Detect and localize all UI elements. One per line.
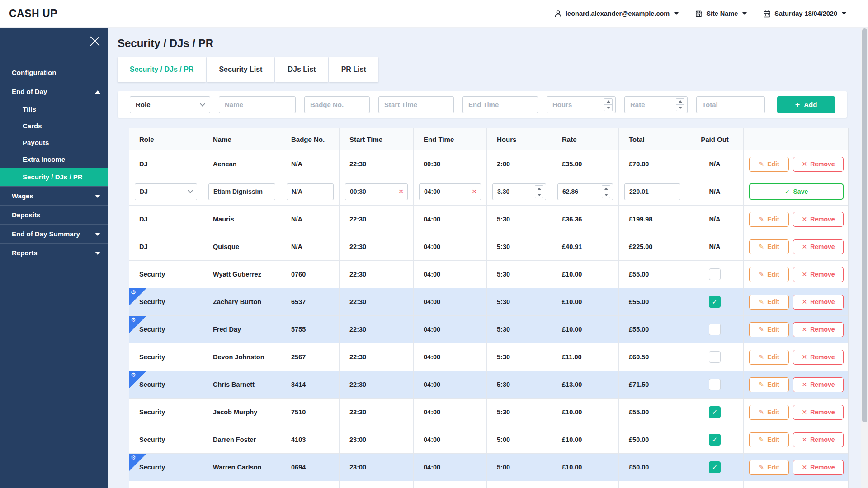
tab-pr-list[interactable]: PR List [329,57,378,82]
save-button[interactable]: ✓Save [749,183,844,200]
cell-name: Zachary Burton [203,288,281,315]
edit-button[interactable]: ✎Edit [749,267,789,282]
paid-out-checkbox[interactable] [709,324,721,335]
hours-edit-input[interactable] [492,183,546,200]
hours-input-field[interactable] [552,101,601,108]
remove-button[interactable]: ✕Remove [793,377,844,392]
edit-button[interactable]: ✎Edit [749,377,789,392]
remove-button[interactable]: ✕Remove [793,432,844,447]
remove-button-label: Remove [810,408,835,416]
remove-button[interactable]: ✕Remove [793,350,844,365]
edit-button-label: Edit [767,436,779,443]
end-time-input[interactable] [462,96,538,113]
paid-out-checkbox[interactable]: ✓ [709,406,721,418]
edit-button[interactable]: ✎Edit [749,460,789,475]
role-edit-select[interactable]: DJ [135,183,197,200]
clear-icon[interactable]: ✕ [472,188,477,195]
remove-button[interactable]: ✕Remove [793,322,844,337]
stepper-up-icon[interactable] [602,186,610,192]
remove-button[interactable]: ✕Remove [793,212,844,227]
sidebar-item-reports[interactable]: Reports [0,243,108,262]
date-menu[interactable]: Saturday 18/04/2020 [763,10,846,18]
edit-button[interactable]: ✎Edit [749,295,789,310]
remove-button[interactable]: ✕Remove [793,157,844,172]
remove-button[interactable]: ✕Remove [793,460,844,475]
stepper-up-icon[interactable] [535,186,543,192]
edit-button[interactable]: ✎Edit [749,239,789,254]
sidebar-item-end-of-day[interactable]: End of Day [0,82,108,101]
close-icon[interactable] [89,35,101,47]
rate-edit-field[interactable] [562,188,600,195]
name-edit-input[interactable] [208,183,275,200]
cell-paid-out: N/A [686,178,744,205]
badge-edit-input[interactable] [287,183,334,200]
name-input[interactable] [219,96,296,113]
tab-bar: Security / DJs / PR Security List DJs Li… [118,57,868,82]
stepper-up-icon[interactable] [676,99,684,105]
edit-button-label: Edit [767,216,779,223]
scrollbar-thumb[interactable] [862,28,867,422]
stepper-down-icon[interactable] [535,192,543,198]
sidebar-item-security-djs-pr[interactable]: Security / DJs / PR [0,168,108,186]
paid-out-checkbox[interactable] [709,379,721,390]
cell-total: £50.00 [619,454,686,481]
number-stepper[interactable] [676,98,684,111]
scrollbar[interactable] [861,28,868,488]
sidebar-item-tills[interactable]: Tills [0,101,108,117]
chevron-down-icon [200,101,205,106]
total-edit-input[interactable] [624,183,680,200]
number-stepper[interactable] [535,185,543,198]
add-entry-bar: Role + Add [118,91,847,118]
hours-input[interactable] [547,96,616,113]
stepper-down-icon[interactable] [604,105,612,111]
remove-button[interactable]: ✕Remove [793,267,844,282]
rate-edit-input[interactable] [557,183,613,200]
stepper-down-icon[interactable] [602,192,610,198]
paid-out-checkbox[interactable]: ✓ [709,296,721,308]
tab-djs-list[interactable]: DJs List [275,57,328,82]
edit-button[interactable]: ✎Edit [749,212,789,227]
sidebar-item-extra-income[interactable]: Extra Income [0,151,108,168]
x-icon: ✕ [802,381,807,388]
tab-security-djs-pr[interactable]: Security / DJs / PR [118,57,206,82]
rate-input[interactable] [624,96,688,113]
clear-icon[interactable]: ✕ [398,188,404,195]
remove-button[interactable]: ✕Remove [793,239,844,254]
site-menu[interactable]: Site Name [695,10,747,18]
edit-button[interactable]: ✎Edit [749,350,789,365]
sidebar-item-end-of-day-summary[interactable]: End of Day Summary [0,224,108,243]
stepper-down-icon[interactable] [676,105,684,111]
user-menu[interactable]: leonard.alexander@example.com [554,10,679,18]
role-select[interactable]: Role [130,96,210,113]
edit-button[interactable]: ✎Edit [749,157,789,172]
sidebar-item-wages[interactable]: Wages [0,186,108,205]
cell-rate: £11.00 [552,343,619,371]
edit-button[interactable]: ✎Edit [749,432,789,447]
hours-edit-field[interactable] [497,188,533,195]
sidebar-item-configuration[interactable]: Configuration [0,63,108,82]
paid-out-checkbox[interactable] [709,351,721,363]
start-time-input[interactable] [378,96,454,113]
stepper-up-icon[interactable] [604,99,612,105]
total-input[interactable] [696,96,765,113]
paid-out-checkbox[interactable]: ✓ [709,434,721,446]
badge-no-input[interactable] [304,96,370,113]
remove-button[interactable]: ✕Remove [793,405,844,420]
column-header-paid: Paid Out [686,128,744,150]
add-button[interactable]: + Add [777,96,835,113]
rate-input-field[interactable] [630,101,673,108]
number-stepper[interactable] [604,98,613,111]
cell-name: Aenean [203,150,281,178]
paid-out-checkbox[interactable] [709,268,721,280]
tab-security-list[interactable]: Security List [207,57,274,82]
edit-button[interactable]: ✎Edit [749,405,789,420]
remove-button[interactable]: ✕Remove [793,295,844,310]
sidebar-item-cards[interactable]: Cards [0,117,108,134]
sidebar-item-payouts[interactable]: Payouts [0,134,108,151]
cell-badge [281,178,340,205]
sidebar-item-deposits[interactable]: Deposits [0,205,108,224]
edit-button[interactable]: ✎Edit [749,322,789,337]
number-stepper[interactable] [602,185,610,198]
table-row: DJ✕✕N/A✓Save [129,178,848,206]
paid-out-checkbox[interactable]: ✓ [709,461,721,473]
